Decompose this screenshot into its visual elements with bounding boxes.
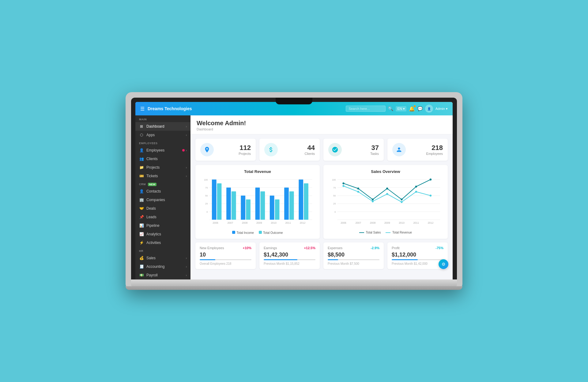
sales-legend: Total Sales Total Revenue — [328, 231, 443, 234]
app-title: Dreams Technologies — [148, 106, 346, 111]
sales-label: Sales — [146, 256, 186, 260]
sidebar-item-contacts[interactable]: 👤 Contacts — [135, 187, 190, 196]
content-header: Welcome Admin! Dashboard — [190, 115, 453, 134]
dashboard-arrow: › — [186, 125, 187, 128]
clients-label: Clients — [146, 157, 187, 161]
sidebar-item-deals[interactable]: 🤝 Deals — [135, 204, 190, 213]
sidebar-item-projects[interactable]: 📁 Projects › — [135, 163, 190, 172]
apps-arrow: › — [186, 133, 187, 137]
tickets-arrow: › — [186, 174, 187, 178]
contacts-label: Contacts — [146, 189, 187, 193]
sidebar-item-leads[interactable]: 📌 Leads — [135, 213, 190, 221]
profit-progress — [392, 259, 443, 260]
earnings-title: Earnings — [264, 246, 277, 250]
accounting-icon: 🧾 — [139, 264, 144, 269]
expenses-value: $8,500 — [328, 252, 379, 258]
messages-icon[interactable]: 💬 — [417, 106, 423, 111]
dashboard-icon: ⊞ — [139, 124, 144, 129]
breadcrumb: Dashboard — [197, 127, 447, 131]
profit-header: Profit -75% — [392, 246, 443, 250]
sidebar-section-hr: HR — [135, 247, 190, 254]
svg-point-44 — [357, 188, 359, 189]
notifications-icon[interactable]: 🔔 — [409, 106, 415, 112]
svg-rect-11 — [212, 180, 217, 220]
clients-count: 44 — [282, 144, 315, 152]
fab-settings-button[interactable]: ⚙ — [439, 259, 448, 269]
svg-text:2012: 2012 — [300, 221, 306, 224]
tickets-label: Tickets — [146, 174, 186, 178]
svg-rect-17 — [255, 188, 260, 220]
sidebar-item-accounting[interactable]: 🧾 Accounting › — [135, 262, 190, 271]
sidebar-item-clients[interactable]: 👥 Clients — [135, 155, 190, 163]
tasks-stat-info: 37 Tasks — [346, 144, 379, 155]
svg-text:2011: 2011 — [285, 221, 291, 224]
projects-label: Projects — [146, 165, 186, 170]
projects-stat-info: 112 Projects — [218, 144, 251, 155]
svg-text:2009: 2009 — [256, 221, 262, 224]
laptop-foot — [126, 286, 462, 290]
svg-text:50: 50 — [205, 194, 208, 197]
tickets-icon: 🎫 — [139, 174, 144, 178]
svg-text:0: 0 — [206, 211, 208, 213]
sidebar-item-pipeline[interactable]: 📊 Pipeline — [135, 221, 190, 230]
sidebar-item-analytics[interactable]: 📈 Analytics — [135, 230, 190, 238]
apps-label: Apps — [146, 133, 186, 137]
svg-text:25: 25 — [333, 202, 336, 205]
sidebar-item-tickets[interactable]: 🎫 Tickets › — [135, 172, 190, 180]
svg-point-47 — [401, 198, 402, 200]
stat-card-employees: 218 Employees — [387, 139, 448, 161]
admin-menu[interactable]: Admin ▾ — [435, 107, 448, 111]
leads-label: Leads — [146, 215, 187, 219]
profit-sub: Previous Month $1,42,000 — [392, 262, 443, 265]
svg-text:2007: 2007 — [355, 221, 361, 224]
search-icon[interactable]: 🔍 — [388, 106, 393, 111]
svg-point-56 — [430, 195, 432, 197]
svg-rect-24 — [304, 183, 308, 220]
pipeline-label: Pipeline — [146, 223, 187, 228]
svg-rect-19 — [270, 196, 274, 220]
svg-point-46 — [386, 188, 388, 189]
employees-stat-icon — [392, 143, 406, 156]
expenses-header: Expenses -2.9% — [328, 246, 379, 250]
total-revenue-chart: Total Revenue — [195, 165, 320, 239]
companies-label: Companies — [146, 198, 187, 202]
svg-text:2010: 2010 — [271, 221, 277, 224]
svg-point-50 — [342, 185, 344, 187]
stats-row: 112 Projects 44 Clients — [190, 134, 453, 165]
projects-arrow: › — [186, 166, 187, 169]
sales-arrow: › — [186, 257, 187, 260]
total-revenue-title: Total Revenue — [200, 169, 315, 174]
sidebar-item-companies[interactable]: 🏢 Companies — [135, 196, 190, 204]
sidebar-item-employees[interactable]: 👤 Employees › — [135, 146, 190, 155]
projects-icon: 📁 — [139, 165, 144, 170]
search-input[interactable] — [346, 106, 386, 112]
svg-text:2011: 2011 — [413, 221, 419, 224]
sidebar-item-apps[interactable]: ⬡ Apps › — [135, 131, 190, 139]
language-selector[interactable]: EN ▾ — [396, 106, 406, 111]
accounting-arrow: › — [186, 265, 187, 268]
svg-rect-20 — [275, 200, 280, 220]
tasks-stat-icon — [328, 143, 342, 156]
menu-icon[interactable]: ☰ — [140, 106, 145, 112]
sidebar-item-dashboard[interactable]: ⊞ Dashboard › — [135, 122, 190, 131]
expenses-change: -2.9% — [371, 246, 379, 250]
svg-point-53 — [386, 193, 388, 195]
content-area: Welcome Admin! Dashboard 112 — [190, 115, 453, 279]
expenses-sub: Previous Month $7,500 — [328, 262, 379, 265]
tasks-label: Tasks — [346, 152, 379, 155]
sidebar-item-payroll[interactable]: 💵 Payroll › — [135, 271, 190, 279]
profit-fill — [392, 259, 418, 260]
sidebar: MAIN ⊞ Dashboard › ⬡ Apps › EMPLOYEES — [135, 115, 190, 279]
charts-row: Total Revenue — [190, 165, 453, 242]
earnings-sub: Previous Month $1,15,852 — [264, 262, 315, 265]
svg-point-43 — [342, 182, 344, 184]
apps-icon: ⬡ — [139, 133, 144, 137]
sales-overview-chart: Sales Overview — [323, 165, 448, 239]
sidebar-item-activities[interactable]: ⚡ Activities — [135, 238, 190, 247]
avatar[interactable]: 👤 — [425, 105, 433, 113]
projects-count: 112 — [218, 144, 251, 152]
revenue-svg: 100 75 50 25 0 — [200, 176, 315, 228]
employees-count: 218 — [410, 144, 443, 152]
svg-text:2009: 2009 — [384, 221, 390, 224]
sidebar-item-sales[interactable]: 💰 Sales › — [135, 254, 190, 262]
